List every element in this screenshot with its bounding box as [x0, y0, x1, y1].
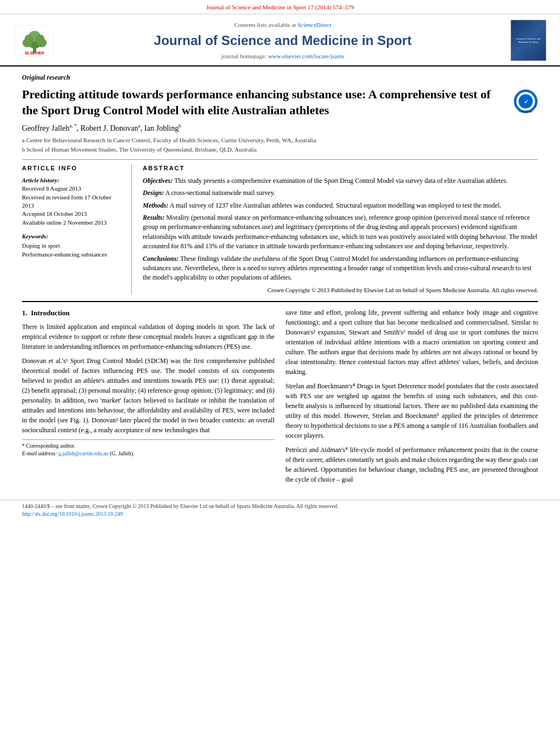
- elsevier-logo: ELSEVIER: [15, 25, 54, 55]
- abstract-methods: Methods: A mail survey of 1237 elite Aus…: [143, 201, 538, 210]
- footnote-area: * Corresponding author. E-mail address: …: [22, 439, 275, 458]
- bottom-bar: 1440-2440/$ – see front matter, Crown Co…: [0, 500, 560, 520]
- journal-header-center: Contents lists available at ScienceDirec…: [65, 20, 501, 61]
- body-para4: Strelan and Boeckmann's⁴ Drugs in Sport …: [285, 381, 538, 440]
- section1-heading: 1. Introduction: [22, 308, 275, 319]
- info-abstract-section: ARTICLE INFO Article history: Received 8…: [22, 159, 538, 294]
- abstract-results: Results: Morality (personal moral stance…: [143, 213, 538, 252]
- article-history: Article history: Received 8 August 2013 …: [22, 176, 125, 227]
- issn-text: 1440-2440/$ – see front matter, Crown Co…: [22, 503, 339, 509]
- article-title-row: Predicting attitude towards performance …: [22, 87, 538, 118]
- body-para1: There is limited application and empiric…: [22, 322, 275, 352]
- body-para5: Petróczi and Aidman's⁶ life-cycle model …: [285, 445, 538, 484]
- author2-name: , Robert J. Donovan: [76, 124, 138, 132]
- article-info-label: ARTICLE INFO: [22, 164, 125, 172]
- affiliation-a: a Centre for Behavioural Research in Can…: [22, 136, 538, 144]
- elsevier-logo-area: ELSEVIER: [10, 20, 59, 61]
- history-label: Article history:: [22, 176, 125, 185]
- author1-name: Geoffrey Jalleh: [22, 124, 69, 132]
- keyword-1: Doping in sport: [22, 241, 125, 250]
- abstract-copyright: Crown Copyright © 2013 Published by Else…: [143, 286, 538, 294]
- journal-title: Journal of Science and Medicine in Sport: [65, 31, 501, 50]
- email-person: (G. Jalleh).: [110, 450, 135, 456]
- author3-sup: b: [178, 123, 181, 129]
- page: Journal of Science and Medicine in Sport…: [0, 0, 560, 742]
- author1-sup: a, *: [69, 123, 76, 129]
- body-para2: Donovan et al.'s¹ Sport Drug Control Mod…: [22, 356, 275, 435]
- objectives-text: This study presents a comprehensive exam…: [173, 177, 508, 185]
- affiliations: a Centre for Behavioural Research in Can…: [22, 136, 538, 154]
- keywords-section: Keywords: Doping in sport Performance-en…: [22, 232, 125, 259]
- article-content: Original research Predicting attitude to…: [0, 66, 560, 494]
- journal-header: ELSEVIER Contents lists available at Sci…: [0, 14, 560, 66]
- conclusions-text: These findings validate the usefulness o…: [143, 255, 531, 282]
- abstract-label: ABSTRACT: [143, 164, 538, 172]
- keywords-label: Keywords:: [22, 232, 125, 241]
- elsevier-tree-icon: ELSEVIER: [15, 25, 54, 55]
- revised-date: Received in revised form 17 October 2013: [22, 193, 125, 210]
- methods-label: Methods:: [143, 202, 169, 209]
- abstract-column: ABSTRACT Objectives: This study presents…: [143, 164, 538, 294]
- results-label: Results:: [143, 214, 165, 221]
- svg-text:CrossMark: CrossMark: [519, 110, 533, 113]
- abstract-text: Objectives: This study presents a compre…: [143, 176, 538, 294]
- body-col-left: 1. Introduction There is limited applica…: [22, 308, 275, 489]
- keyword-2: Performance-enhancing substances: [22, 250, 125, 259]
- accepted-date: Accepted 18 October 2013: [22, 210, 125, 218]
- available-date: Available online 2 November 2013: [22, 219, 125, 227]
- journal-citation-bar: Journal of Science and Medicine in Sport…: [0, 0, 560, 14]
- abstract-conclusions: Conclusions: These findings validate the…: [143, 254, 538, 283]
- abstract-objectives: Objectives: This study presents a compre…: [143, 176, 538, 186]
- article-info-column: ARTICLE INFO Article history: Received 8…: [22, 164, 132, 294]
- homepage-link[interactable]: www.elsevier.com/locate/jsams: [268, 53, 344, 59]
- author3-name: , Ian Jobling: [141, 124, 179, 132]
- article-body: 1. Introduction There is limited applica…: [22, 301, 538, 489]
- journal-cover-area: Journal of Science and Medicine in Sport: [506, 20, 550, 61]
- journal-homepage: journal homepage: www.elsevier.com/locat…: [65, 52, 501, 60]
- journal-cover-image: Journal of Science and Medicine in Sport: [511, 20, 546, 61]
- design-label: Design:: [143, 189, 164, 197]
- svg-point-7: [36, 35, 44, 42]
- cover-text: Journal of Science and Medicine in Sport: [513, 37, 544, 44]
- crossmark-badge[interactable]: ✓ CrossMark: [513, 89, 538, 114]
- body-para3: save time and effort, prolong life, prev…: [285, 308, 538, 377]
- svg-point-6: [25, 35, 33, 42]
- body-col-right: save time and effort, prolong life, prev…: [285, 308, 538, 489]
- footnote-email: E-mail address: g.jalleh@curtin.edu.au (…: [22, 450, 275, 458]
- sciencedirect-label: Contents lists available at ScienceDirec…: [65, 21, 501, 29]
- article-type: Original research: [22, 71, 538, 82]
- abstract-design: Design: A cross-sectional nationwide mai…: [143, 188, 538, 198]
- article-title: Predicting attitude towards performance …: [22, 87, 508, 118]
- methods-text: A mail survey of 1237 elite Australian a…: [169, 202, 501, 209]
- email-label: E-mail address:: [22, 450, 57, 456]
- affiliation-b: b School of Human Movement Studies, The …: [22, 146, 538, 154]
- section1-number: 1.: [22, 309, 27, 317]
- section1-title: Introduction: [31, 309, 70, 317]
- svg-text:ELSEVIER: ELSEVIER: [25, 51, 44, 55]
- authors-line: Geoffrey Jalleha, *, Robert J. Donovana,…: [22, 122, 538, 133]
- footnote-corresponding: * Corresponding author.: [22, 442, 275, 450]
- results-text: Morality (personal moral stance on perfo…: [143, 214, 537, 250]
- svg-text:✓: ✓: [524, 99, 528, 105]
- conclusions-label: Conclusions:: [143, 255, 178, 263]
- sciencedirect-link[interactable]: ScienceDirect: [298, 21, 332, 28]
- received-date: Received 8 August 2013: [22, 185, 125, 193]
- email-link[interactable]: g.jalleh@curtin.edu.au: [58, 450, 108, 456]
- journal-citation: Journal of Science and Medicine in Sport…: [206, 4, 354, 10]
- objectives-label: Objectives:: [143, 177, 173, 185]
- design-text: A cross-sectional nationwide mail survey…: [164, 189, 276, 197]
- doi-link[interactable]: http://dx.doi.org/10.1016/j.jsams.2013.1…: [22, 511, 122, 517]
